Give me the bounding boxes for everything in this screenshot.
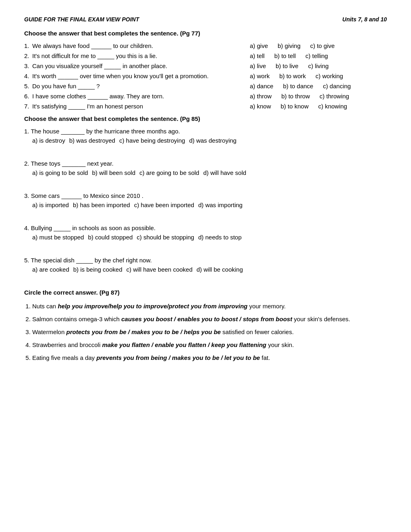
answer-option: b) to work bbox=[279, 73, 306, 79]
question-number: 5. bbox=[24, 83, 32, 89]
answer-option: a) work bbox=[250, 73, 270, 79]
question-number: 1. bbox=[24, 42, 32, 49]
section1-question-row: 1.We always have food ______ to our chil… bbox=[24, 42, 387, 49]
answer-options: a) is importedb) has been importedc) hav… bbox=[32, 202, 387, 208]
question-text: 5. The special dish _____ by the chef ri… bbox=[24, 257, 387, 264]
header-title: GUIDE FOR THE FINAL EXAM VIEW POINT bbox=[24, 16, 139, 23]
bold-options: protects you from be / makes you to be /… bbox=[66, 328, 220, 335]
answer-option: c) telling bbox=[305, 52, 328, 59]
question-text: 2. These toys _______ next year. bbox=[24, 160, 387, 167]
answer-option: a) is destroy bbox=[32, 137, 65, 144]
answer-option: a) tell bbox=[250, 52, 265, 59]
question-text: It's worth ______ over time when you kno… bbox=[32, 73, 250, 79]
answer-option: c) should be stopping bbox=[137, 234, 194, 241]
section1-question-row: 5.Do you have fun _____ ?a) danceb) to d… bbox=[24, 83, 387, 89]
answer-options: a) is going to be soldb) will been soldc… bbox=[32, 169, 387, 176]
answer-option: a) throw bbox=[250, 93, 272, 100]
bold-options: make you flatten / enable you flatten / … bbox=[102, 341, 266, 348]
section2-question-block: 3. Some cars ______ to Mexico since 2010… bbox=[24, 192, 387, 216]
bold-options: help you improve/help you to improve/pro… bbox=[58, 303, 247, 310]
section2-title: Choose the answer that best completes th… bbox=[24, 115, 387, 122]
answer-option: d) needs to stop bbox=[198, 234, 242, 241]
section1-questions: 1.We always have food ______ to our chil… bbox=[24, 42, 387, 110]
question-number: 3. bbox=[24, 62, 32, 69]
answer-option: a) give bbox=[250, 42, 268, 49]
answer-option: b) to dance bbox=[283, 83, 313, 89]
question-text: Can you visualize yourself _____ in anot… bbox=[32, 62, 250, 69]
section2-question-block: 5. The special dish _____ by the chef ri… bbox=[24, 257, 387, 280]
answer-options: a) liveb) to livec) living bbox=[250, 62, 387, 69]
answer-option: d) will be cooking bbox=[197, 266, 243, 273]
section1-question-row: 2.It's not difficult for me to _____ you… bbox=[24, 52, 387, 59]
answer-option: c) knowing bbox=[318, 103, 347, 110]
answer-option: c) have being destroying bbox=[119, 137, 185, 144]
answer-option: c) throwing bbox=[320, 93, 349, 100]
answer-option: b) to know bbox=[281, 103, 309, 110]
answer-option: b) has been imported bbox=[73, 202, 130, 208]
question-text: It's not difficult for me to _____ you t… bbox=[32, 52, 250, 59]
answer-option: c) have been imported bbox=[134, 202, 194, 208]
section3-items: Nuts can help you improve/help you to im… bbox=[32, 301, 387, 363]
section1-question-row: 6.I have some clothes ______ away. They … bbox=[24, 93, 387, 100]
answer-options: a) must be stoppedb) could stoppedc) sho… bbox=[32, 234, 387, 241]
circle-item: Eating five meals a day prevents you fro… bbox=[32, 353, 387, 363]
answer-options: a) danceb) to dancec) dancing bbox=[250, 83, 387, 89]
section1-question-row: 4.It's worth ______ over time when you k… bbox=[24, 73, 387, 79]
answer-option: b) to tell bbox=[274, 52, 296, 59]
section2-question-block: 2. These toys _______ next year.a) is go… bbox=[24, 160, 387, 183]
circle-item: Nuts can help you improve/help you to im… bbox=[32, 301, 387, 311]
answer-option: c) living bbox=[308, 62, 329, 69]
answer-option: a) is going to be sold bbox=[32, 169, 88, 176]
question-text: It's satisfying _____ I'm an honest pers… bbox=[32, 103, 250, 110]
answer-option: c) are going to be sold bbox=[139, 169, 199, 176]
answer-option: b) was destroyed bbox=[69, 137, 115, 144]
question-text: We always have food ______ to our childr… bbox=[32, 42, 250, 49]
question-number: 2. bbox=[24, 52, 32, 59]
answer-option: b) is being cooked bbox=[73, 266, 122, 273]
question-text: Do you have fun _____ ? bbox=[32, 83, 250, 89]
answer-option: b) giving bbox=[278, 42, 301, 49]
answer-options: a) tellb) to tellc) telling bbox=[250, 52, 387, 59]
answer-option: b) to live bbox=[276, 62, 299, 69]
answer-options: a) knowb) to knowc) knowing bbox=[250, 103, 387, 110]
section3-title: Circle the correct answer. (Pg 87) bbox=[24, 289, 387, 296]
answer-option: b) to throw bbox=[281, 93, 310, 100]
answer-option: a) are cooked bbox=[32, 266, 69, 273]
answer-option: a) must be stopped bbox=[32, 234, 84, 241]
answer-options: a) workb) to workc) working bbox=[250, 73, 387, 79]
question-text: 4. Bullying _____ in schools as soon as … bbox=[24, 224, 387, 231]
circle-item: Watermelon protects you from be / makes … bbox=[32, 327, 387, 337]
page-header: GUIDE FOR THE FINAL EXAM VIEW POINT Unit… bbox=[24, 16, 387, 23]
section1-title: Choose the answer that best completes th… bbox=[24, 30, 387, 37]
question-text: 1. The house _______ by the hurricane th… bbox=[24, 128, 387, 135]
answer-option: a) is imported bbox=[32, 202, 69, 208]
answer-option: d) was destroying bbox=[189, 137, 237, 144]
question-text: I have some clothes ______ away. They ar… bbox=[32, 93, 250, 100]
question-number: 6. bbox=[24, 93, 32, 100]
answer-option: c) will have been cooked bbox=[126, 266, 192, 273]
answer-options: a) throwb) to throwc) throwing bbox=[250, 93, 387, 100]
circle-item: Salmon contains omega-3 which causes you… bbox=[32, 314, 387, 324]
answer-option: c) to give bbox=[310, 42, 335, 49]
section1-question-row: 7.It's satisfying _____ I'm an honest pe… bbox=[24, 103, 387, 110]
answer-options: a) giveb) givingc) to give bbox=[250, 42, 387, 49]
section2-questions: 1. The house _______ by the hurricane th… bbox=[24, 128, 387, 280]
answer-option: d) was importing bbox=[198, 202, 243, 208]
answer-option: a) live bbox=[250, 62, 266, 69]
circle-item: Strawberries and broccoli make you flatt… bbox=[32, 340, 387, 350]
header-subtitle: Units 7, 8 and 10 bbox=[342, 16, 387, 23]
answer-option: a) know bbox=[250, 103, 271, 110]
answer-options: a) is destroyb) was destroyedc) have bei… bbox=[32, 137, 387, 144]
bold-options: prevents you from being / makes you to b… bbox=[96, 354, 260, 361]
answer-option: d) will have sold bbox=[203, 169, 246, 176]
question-number: 7. bbox=[24, 103, 32, 110]
answer-option: b) could stopped bbox=[88, 234, 133, 241]
bold-options: causes you boost / enables you to boost … bbox=[121, 316, 292, 322]
section2-question-block: 4. Bullying _____ in schools as soon as … bbox=[24, 224, 387, 248]
answer-option: a) dance bbox=[250, 83, 273, 89]
question-text: 3. Some cars ______ to Mexico since 2010… bbox=[24, 192, 387, 199]
answer-option: c) working bbox=[316, 73, 343, 79]
question-number: 4. bbox=[24, 73, 32, 79]
section1-question-row: 3.Can you visualize yourself _____ in an… bbox=[24, 62, 387, 69]
section2-question-block: 1. The house _______ by the hurricane th… bbox=[24, 128, 387, 151]
